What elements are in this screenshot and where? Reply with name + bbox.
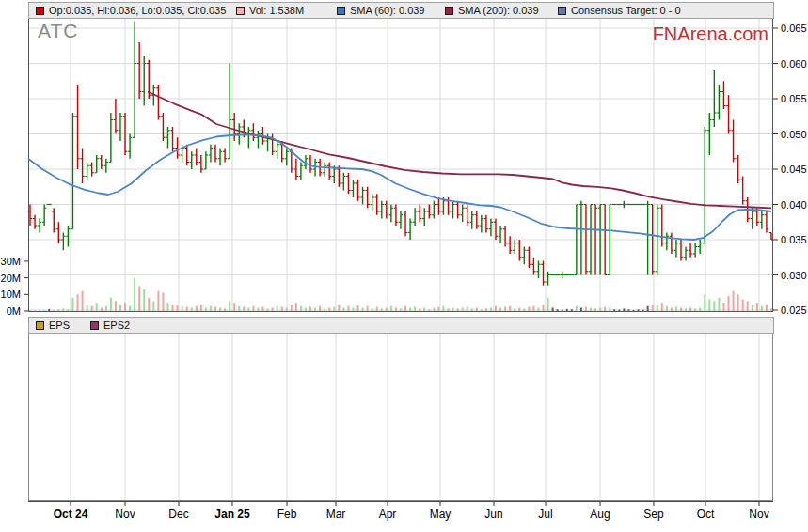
svg-text:0.035: 0.035 [781,234,807,245]
chart-page: 0.0650.0600.0550.0500.0450.0400.0350.030… [0,0,808,532]
ohlc-swatch [36,7,44,15]
svg-text:Feb: Feb [277,508,297,521]
svg-text:0.065: 0.065 [781,23,807,34]
ohlc-label: Op:0.035, Hi:0.036, Lo:0.035, Cl:0.035 [49,5,226,16]
month-axis: Oct 24NovDecJan 25FebMarAprMayJunJulAugS… [54,501,769,521]
consensus-target-swatch [558,7,566,15]
eps-label: EPS [49,320,70,331]
sma200-line [148,92,771,209]
eps2-swatch [90,321,99,330]
volume-label: Vol: 1.538M [249,5,304,16]
candlestick-series [28,22,773,286]
svg-text:0.040: 0.040 [781,199,807,211]
price-chart-canvas: 0.0650.0600.0550.0500.0450.0400.0350.030… [0,0,808,532]
volume-axis: 30M20M10M0M [1,256,28,317]
svg-text:30M: 30M [1,256,21,267]
volume-bars [29,278,772,311]
svg-text:0.060: 0.060 [781,58,807,70]
svg-text:Apr: Apr [379,508,397,521]
svg-text:Oct: Oct [697,508,715,521]
svg-text:0.025: 0.025 [781,305,807,316]
eps2-label: EPS2 [103,320,130,331]
svg-text:Nov: Nov [115,508,135,521]
eps-swatch [36,321,44,330]
svg-text:10M: 10M [1,289,21,300]
fnarena-watermark[interactable]: FNArena.com [653,23,768,45]
svg-text:Aug: Aug [590,508,610,521]
sma60-line [28,134,771,240]
svg-text:Dec: Dec [168,508,188,521]
eps-panel-legend: EPSEPS2 [28,317,774,334]
volume-swatch [236,7,245,15]
svg-text:20M: 20M [1,273,21,284]
sma200-label: SMA (200): 0.039 [458,5,539,16]
svg-text:Mar: Mar [326,508,346,521]
legend-item-eps2: EPS2 [90,320,130,331]
svg-text:Nov: Nov [749,508,768,521]
svg-text:0.045: 0.045 [781,164,807,175]
legend-item-sma60: SMA (60): 0.039 [337,5,425,16]
sma200-swatch [445,7,453,15]
svg-text:May: May [430,508,452,521]
sma60-swatch [337,7,345,15]
svg-text:Jun: Jun [484,508,502,521]
svg-text:Sep: Sep [643,508,664,521]
ticker-title: ATC [38,20,78,42]
svg-text:0.030: 0.030 [781,270,807,281]
legend-item-volume: Vol: 1.538M [236,5,304,16]
price-axis: 0.0650.0600.0550.0500.0450.0400.0350.030… [773,23,807,316]
main-chart-legend: Op:0.035, Hi:0.036, Lo:0.035, Cl:0.035Vo… [28,2,774,19]
svg-text:0.050: 0.050 [781,129,807,140]
svg-text:Jan 25: Jan 25 [214,508,250,521]
legend-item-ohlc: Op:0.035, Hi:0.036, Lo:0.035, Cl:0.035 [36,5,226,16]
svg-text:Oct 24: Oct 24 [54,508,88,521]
legend-item-consensus-target: Consensus Target: 0 - 0 [558,5,681,16]
legend-item-sma200: SMA (200): 0.039 [445,5,539,16]
sma60-label: SMA (60): 0.039 [350,5,425,16]
svg-text:0.055: 0.055 [781,93,807,104]
svg-text:Jul: Jul [538,508,552,521]
consensus-target-label: Consensus Target: 0 - 0 [571,5,681,16]
svg-text:0M: 0M [7,305,21,317]
legend-item-eps: EPS [36,320,70,331]
